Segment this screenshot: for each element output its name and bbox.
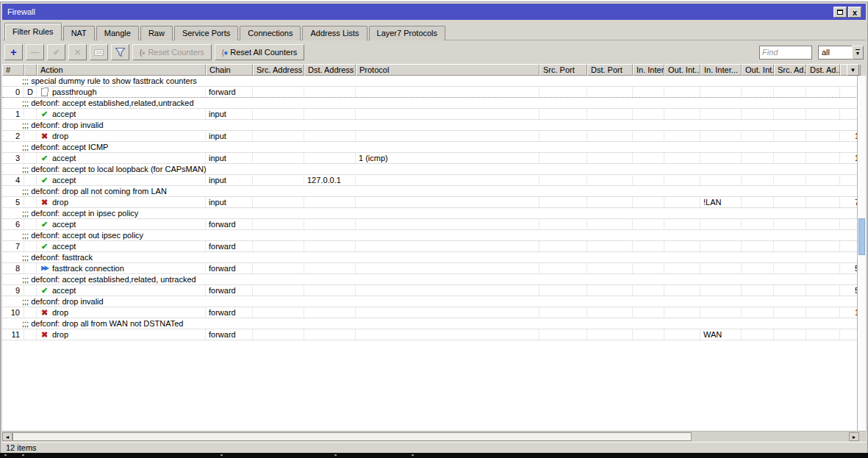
vertical-scrollbar-thumb[interactable] <box>858 218 865 255</box>
comment-row[interactable]: ;;; defconf: accept in ipsec policy <box>2 208 861 219</box>
cell-in-interface <box>633 197 664 207</box>
comment-text: ;;; defconf: accept established,related,… <box>2 98 194 108</box>
cell-dst-address-list <box>806 153 840 163</box>
scroll-right-button[interactable]: ► <box>849 432 859 441</box>
rule-row[interactable]: 2✖dropinput1 <box>2 131 861 142</box>
cell-in-interface <box>633 263 664 273</box>
column-header-out-interface[interactable]: Out. Int... <box>664 64 700 76</box>
vertical-scrollbar[interactable] <box>857 76 866 431</box>
column-header-dst-address[interactable]: Dst. Address <box>304 64 356 76</box>
rule-row[interactable]: 9✔acceptforward5 <box>2 285 861 296</box>
tab-mangle[interactable]: Mangle <box>96 26 139 40</box>
find-input[interactable] <box>759 46 812 60</box>
comment-row[interactable]: ;;; defconf: accept to local loopback (f… <box>2 164 861 175</box>
add-button[interactable]: + <box>4 44 23 60</box>
reset-all-counters-button[interactable]: (● Reset All Counters <box>215 44 305 60</box>
rule-row[interactable]: 5✖dropinput!LAN7 <box>2 197 861 208</box>
remove-button[interactable]: — <box>26 44 44 60</box>
cell-src-address <box>253 307 304 318</box>
comment-row[interactable]: ;;; defconf: drop all from WAN not DSTNA… <box>2 318 861 329</box>
cell-out-interface <box>664 175 700 185</box>
tab-nat[interactable]: NAT <box>63 26 95 40</box>
comment-row[interactable]: ;;; defconf: accept established,related,… <box>2 98 861 109</box>
rule-row[interactable]: 8▶▶fasttrack connectionforward5 <box>2 263 861 274</box>
cell-protocol <box>356 285 539 296</box>
comment-button[interactable] <box>90 44 108 60</box>
cell-src-port <box>539 219 587 229</box>
rule-row[interactable]: 11✖dropforwardWAN <box>2 329 861 340</box>
tab-service-ports[interactable]: Service Ports <box>174 26 238 40</box>
cell-flags <box>24 263 37 273</box>
column-header-src-address-list[interactable]: Src. Ad... <box>774 64 806 76</box>
cell-protocol <box>356 307 539 318</box>
rule-row[interactable]: 6✔acceptforward <box>2 219 861 230</box>
column-header-flags[interactable] <box>24 64 37 76</box>
column-header-src-address[interactable]: Src. Address <box>253 64 304 76</box>
cell-src-port <box>539 153 587 163</box>
comment-row[interactable]: ;;; defconf: drop invalid <box>2 296 861 307</box>
comment-row[interactable]: ;;; defconf: drop invalid <box>2 120 861 131</box>
tab-layer7-protocols[interactable]: Layer7 Protocols <box>369 26 446 40</box>
cell-src-port <box>539 285 587 296</box>
comment-row[interactable]: ;;; special dummy rule to show fasttrack… <box>2 76 861 87</box>
cell-src-address <box>253 153 304 163</box>
column-header-dst-address-list[interactable]: Dst. Ad... <box>806 64 840 76</box>
cell-protocol <box>356 87 539 97</box>
column-header-chain[interactable]: Chain <box>206 64 253 76</box>
tab-connections[interactable]: Connections <box>240 26 301 40</box>
title-bar[interactable]: Firewall x <box>2 4 866 20</box>
cell-in-interface <box>633 109 664 119</box>
comment-text: ;;; defconf: accept to local loopback (f… <box>2 164 207 174</box>
comment-row[interactable]: ;;; defconf: accept ICMP <box>2 142 861 153</box>
disable-button[interactable]: ✕ <box>68 44 87 60</box>
column-header-src-port[interactable]: Src. Port <box>539 64 587 76</box>
column-header-action[interactable]: Action <box>37 64 206 76</box>
rule-row[interactable]: 0Dpassthroughforward <box>2 87 861 98</box>
reset-counters-button[interactable]: (● Reset Counters <box>132 44 212 60</box>
tab-filter-rules[interactable]: Filter Rules <box>4 23 62 40</box>
comment-row[interactable]: ;;; defconf: accept out ipsec policy <box>2 230 861 241</box>
filter-button[interactable] <box>111 44 129 60</box>
cell-src-address-list <box>774 329 806 340</box>
horizontal-scrollbar-thumb[interactable] <box>12 432 692 441</box>
column-header-protocol[interactable]: Protocol <box>356 64 539 76</box>
comment-text: ;;; defconf: drop all not coming from LA… <box>2 186 167 196</box>
cell-out-interface <box>664 285 700 296</box>
column-header-dst-port[interactable]: Dst. Port <box>587 64 633 76</box>
cell-chain: input <box>206 153 253 163</box>
column-options-button[interactable]: ▼ <box>847 64 859 76</box>
maximize-button[interactable] <box>833 7 847 18</box>
cell-out-interface <box>664 109 700 119</box>
cell-num: 7 <box>2 241 24 251</box>
comment-row[interactable]: ;;; defconf: accept established,related,… <box>2 274 861 285</box>
cell-protocol <box>356 219 539 229</box>
cell-dst-address <box>304 131 356 141</box>
close-icon: x <box>853 9 857 16</box>
scroll-left-button[interactable]: ◄ <box>2 432 12 441</box>
rule-row[interactable]: 3✔acceptinput1 (icmp)1 <box>2 153 861 164</box>
cell-src-address <box>253 131 304 141</box>
cell-flags: D <box>24 87 37 97</box>
tab-raw[interactable]: Raw <box>140 26 173 40</box>
column-header-out-interface-list[interactable]: Out. Int... <box>742 64 774 76</box>
cell-out-interface-list <box>742 285 774 296</box>
filter-scope-select[interactable]: all <box>818 46 852 60</box>
horizontal-scrollbar[interactable]: ◄ ► <box>2 431 866 441</box>
close-button[interactable]: x <box>848 7 861 18</box>
comment-row[interactable]: ;;; defconf: drop all not coming from LA… <box>2 186 861 197</box>
rule-row[interactable]: 7✔acceptforward <box>2 241 861 252</box>
cell-in-interface-list <box>700 175 742 185</box>
column-header-in-interface-list[interactable]: In. Inter... <box>700 64 742 76</box>
comment-text: ;;; defconf: accept out ipsec policy <box>2 230 143 240</box>
cell-action: ✖drop <box>37 307 206 318</box>
filter-scope-dropdown-button[interactable]: ▼ <box>852 46 864 60</box>
column-header-num[interactable]: # <box>2 64 24 76</box>
rule-row[interactable]: 1✔acceptinput <box>2 109 861 120</box>
comment-row[interactable]: ;;; defconf: fasttrack <box>2 252 861 263</box>
tab-address-lists[interactable]: Address Lists <box>302 26 367 40</box>
rule-row[interactable]: 10✖dropforward1 <box>2 307 861 318</box>
enable-button[interactable]: ✔ <box>47 44 65 60</box>
filter-scope-value: all <box>822 48 830 57</box>
column-header-in-interface[interactable]: In. Inter... <box>633 64 664 76</box>
rule-row[interactable]: 4✔acceptinput127.0.0.1 <box>2 175 861 186</box>
